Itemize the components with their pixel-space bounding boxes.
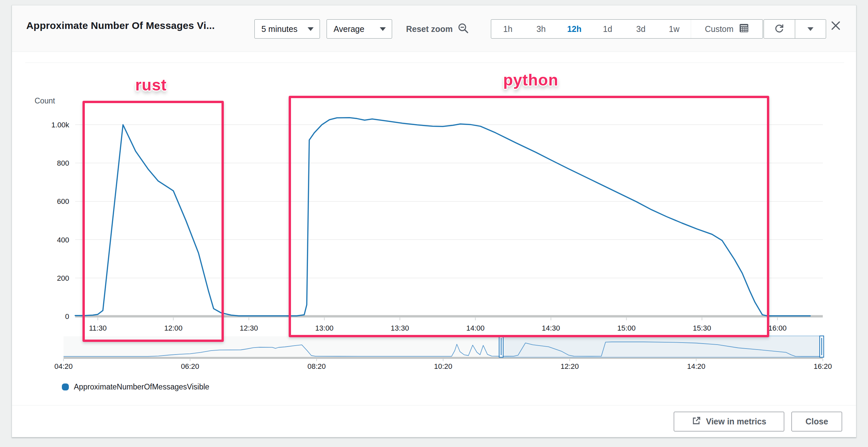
legend-swatch-icon: [62, 384, 69, 390]
svg-text:13:30: 13:30: [391, 324, 409, 332]
svg-text:16:20: 16:20: [813, 362, 832, 370]
y-axis-labels: 1.00k8006004002000: [51, 121, 69, 321]
brush-handle-left[interactable]: [499, 336, 503, 357]
svg-text:200: 200: [57, 274, 69, 282]
svg-text:04:20: 04:20: [54, 362, 72, 370]
svg-text:11:30: 11:30: [89, 324, 106, 332]
close-button-label: Close: [805, 417, 828, 426]
svg-text:800: 800: [57, 159, 69, 167]
svg-text:12:30: 12:30: [240, 324, 258, 332]
view-in-metrics-button[interactable]: View in metrics: [674, 412, 784, 431]
svg-text:600: 600: [57, 197, 69, 206]
svg-text:14:30: 14:30: [542, 324, 560, 332]
svg-text:14:00: 14:00: [466, 324, 485, 332]
chart-legend[interactable]: ApproximateNumberOfMessagesVisible: [62, 383, 209, 391]
svg-text:10:20: 10:20: [434, 362, 452, 370]
external-link-icon: [692, 416, 701, 427]
y-gridlines: [75, 125, 823, 278]
svg-text:15:30: 15:30: [693, 324, 711, 332]
svg-text:1.00k: 1.00k: [51, 121, 69, 129]
minimap-axis-labels: 04:2006:2008:2010:2012:2014:2016:20: [54, 359, 832, 370]
close-button[interactable]: Close: [792, 412, 842, 431]
y-axis-title: Count: [35, 96, 55, 105]
footer-divider: [12, 405, 856, 406]
svg-text:14:20: 14:20: [687, 362, 705, 370]
svg-text:12:00: 12:00: [164, 324, 183, 332]
svg-text:08:20: 08:20: [307, 362, 326, 370]
brush-handle-right[interactable]: [820, 336, 824, 357]
page: { "dialog": { "title": "Approximate Numb…: [0, 0, 868, 447]
legend-series-label: ApproximateNumberOfMessagesVisible: [74, 383, 209, 391]
svg-text:0: 0: [65, 312, 69, 321]
x-axis-baseline: [75, 315, 823, 318]
series-line: [75, 118, 810, 316]
x-axis-labels: 11:3012:0012:3013:0013:3014:0014:3015:00…: [89, 318, 786, 333]
svg-text:06:20: 06:20: [181, 362, 199, 370]
svg-text:15:00: 15:00: [617, 324, 636, 332]
view-in-metrics-label: View in metrics: [706, 417, 767, 426]
metric-chart-canvas[interactable]: 1.00k8006004002000Count11:3012:0012:3013…: [12, 5, 857, 438]
svg-text:13:00: 13:00: [315, 324, 334, 332]
metric-details-dialog: Approximate Number Of Messages Vi... 5 m…: [12, 5, 856, 437]
svg-text:400: 400: [57, 236, 69, 244]
svg-text:12:20: 12:20: [560, 362, 579, 370]
svg-text:16:00: 16:00: [768, 324, 786, 332]
minimap-brush[interactable]: [499, 336, 824, 357]
brush-selection[interactable]: [501, 336, 822, 357]
